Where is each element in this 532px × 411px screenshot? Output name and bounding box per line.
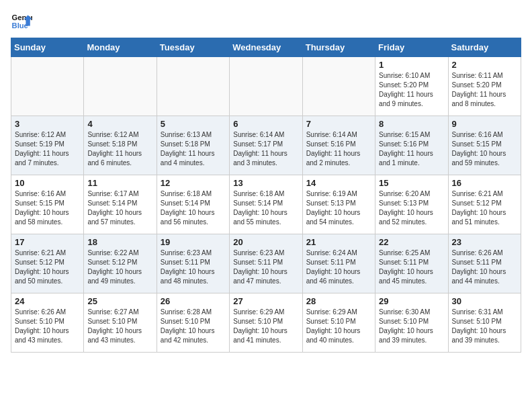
day-info: Sunrise: 6:29 AM Sunset: 5:10 PM Dayligh… [233, 308, 298, 345]
day-number: 19 [161, 237, 226, 247]
calendar-cell: 28Sunrise: 6:29 AM Sunset: 5:10 PM Dayli… [302, 293, 375, 353]
day-header-monday: Monday [84, 38, 157, 57]
calendar-cell [11, 57, 84, 116]
calendar-cell: 15Sunrise: 6:20 AM Sunset: 5:13 PM Dayli… [375, 175, 448, 234]
day-number: 21 [306, 237, 371, 247]
day-number: 15 [379, 178, 444, 188]
calendar-cell: 22Sunrise: 6:25 AM Sunset: 5:11 PM Dayli… [375, 234, 448, 293]
calendar-cell: 13Sunrise: 6:18 AM Sunset: 5:14 PM Dayli… [230, 175, 302, 234]
day-number: 1 [379, 60, 444, 70]
day-info: Sunrise: 6:27 AM Sunset: 5:10 PM Dayligh… [87, 308, 152, 345]
day-number: 3 [15, 119, 80, 129]
logo-icon: General Blue [11, 11, 32, 32]
day-header-thursday: Thursday [302, 38, 375, 57]
day-info: Sunrise: 6:26 AM Sunset: 5:10 PM Dayligh… [15, 308, 80, 345]
calendar-cell: 10Sunrise: 6:16 AM Sunset: 5:15 PM Dayli… [11, 175, 84, 234]
day-number: 26 [161, 296, 226, 306]
day-header-wednesday: Wednesday [230, 38, 302, 57]
day-info: Sunrise: 6:17 AM Sunset: 5:14 PM Dayligh… [87, 189, 152, 227]
page-header: General Blue [11, 11, 521, 32]
day-number: 11 [87, 178, 152, 188]
day-number: 12 [161, 178, 226, 188]
calendar-week-3: 10Sunrise: 6:16 AM Sunset: 5:15 PM Dayli… [11, 175, 521, 234]
calendar-cell: 11Sunrise: 6:17 AM Sunset: 5:14 PM Dayli… [84, 175, 157, 234]
day-number: 10 [15, 178, 80, 188]
calendar-cell: 26Sunrise: 6:28 AM Sunset: 5:10 PM Dayli… [157, 293, 229, 353]
day-info: Sunrise: 6:22 AM Sunset: 5:12 PM Dayligh… [87, 248, 152, 286]
day-info: Sunrise: 6:15 AM Sunset: 5:16 PM Dayligh… [379, 130, 444, 168]
calendar-cell: 23Sunrise: 6:26 AM Sunset: 5:11 PM Dayli… [448, 234, 521, 293]
day-number: 6 [233, 119, 298, 129]
day-info: Sunrise: 6:31 AM Sunset: 5:10 PM Dayligh… [452, 308, 517, 345]
day-number: 23 [452, 237, 517, 247]
day-info: Sunrise: 6:10 AM Sunset: 5:20 PM Dayligh… [379, 71, 444, 109]
calendar-cell: 4Sunrise: 6:12 AM Sunset: 5:18 PM Daylig… [84, 116, 157, 175]
day-number: 13 [233, 178, 298, 188]
day-info: Sunrise: 6:11 AM Sunset: 5:20 PM Dayligh… [452, 71, 517, 109]
day-info: Sunrise: 6:21 AM Sunset: 5:12 PM Dayligh… [15, 248, 80, 286]
calendar-cell: 21Sunrise: 6:24 AM Sunset: 5:11 PM Dayli… [302, 234, 375, 293]
day-number: 9 [452, 119, 517, 129]
day-number: 7 [306, 119, 371, 129]
day-number: 18 [87, 237, 152, 247]
day-header-friday: Friday [375, 38, 448, 57]
day-number: 8 [379, 119, 444, 129]
day-info: Sunrise: 6:30 AM Sunset: 5:10 PM Dayligh… [379, 308, 444, 345]
day-number: 28 [306, 296, 371, 306]
day-number: 29 [379, 296, 444, 306]
day-info: Sunrise: 6:23 AM Sunset: 5:11 PM Dayligh… [161, 248, 226, 286]
calendar-week-5: 24Sunrise: 6:26 AM Sunset: 5:10 PM Dayli… [11, 293, 521, 353]
day-number: 22 [379, 237, 444, 247]
calendar-cell: 18Sunrise: 6:22 AM Sunset: 5:12 PM Dayli… [84, 234, 157, 293]
day-info: Sunrise: 6:19 AM Sunset: 5:13 PM Dayligh… [306, 189, 371, 227]
calendar-cell: 12Sunrise: 6:18 AM Sunset: 5:14 PM Dayli… [157, 175, 229, 234]
calendar-cell: 2Sunrise: 6:11 AM Sunset: 5:20 PM Daylig… [448, 57, 521, 116]
calendar-cell: 20Sunrise: 6:23 AM Sunset: 5:11 PM Dayli… [230, 234, 302, 293]
day-info: Sunrise: 6:21 AM Sunset: 5:12 PM Dayligh… [452, 189, 517, 227]
day-header-tuesday: Tuesday [157, 38, 229, 57]
day-number: 25 [87, 296, 152, 306]
day-header-sunday: Sunday [11, 38, 84, 57]
calendar-cell: 6Sunrise: 6:14 AM Sunset: 5:17 PM Daylig… [230, 116, 302, 175]
day-header-saturday: Saturday [448, 38, 521, 57]
day-info: Sunrise: 6:24 AM Sunset: 5:11 PM Dayligh… [306, 248, 371, 286]
calendar-cell: 7Sunrise: 6:14 AM Sunset: 5:16 PM Daylig… [302, 116, 375, 175]
calendar-cell [157, 57, 229, 116]
calendar-cell [230, 57, 302, 116]
day-number: 20 [233, 237, 298, 247]
day-info: Sunrise: 6:26 AM Sunset: 5:11 PM Dayligh… [452, 248, 517, 286]
calendar-cell [302, 57, 375, 116]
calendar-cell: 5Sunrise: 6:13 AM Sunset: 5:18 PM Daylig… [157, 116, 229, 175]
day-info: Sunrise: 6:14 AM Sunset: 5:16 PM Dayligh… [306, 130, 371, 168]
day-info: Sunrise: 6:16 AM Sunset: 5:15 PM Dayligh… [452, 130, 517, 168]
calendar-cell: 3Sunrise: 6:12 AM Sunset: 5:19 PM Daylig… [11, 116, 84, 175]
day-info: Sunrise: 6:28 AM Sunset: 5:10 PM Dayligh… [161, 308, 226, 345]
calendar-cell: 16Sunrise: 6:21 AM Sunset: 5:12 PM Dayli… [448, 175, 521, 234]
day-info: Sunrise: 6:16 AM Sunset: 5:15 PM Dayligh… [15, 189, 80, 227]
calendar-header-row: SundayMondayTuesdayWednesdayThursdayFrid… [11, 38, 521, 57]
day-number: 2 [452, 60, 517, 70]
calendar-week-1: 1Sunrise: 6:10 AM Sunset: 5:20 PM Daylig… [11, 57, 521, 116]
calendar-cell: 24Sunrise: 6:26 AM Sunset: 5:10 PM Dayli… [11, 293, 84, 353]
day-info: Sunrise: 6:14 AM Sunset: 5:17 PM Dayligh… [233, 130, 298, 168]
day-info: Sunrise: 6:18 AM Sunset: 5:14 PM Dayligh… [161, 189, 226, 227]
day-number: 5 [161, 119, 226, 129]
calendar-week-4: 17Sunrise: 6:21 AM Sunset: 5:12 PM Dayli… [11, 234, 521, 293]
day-number: 14 [306, 178, 371, 188]
calendar-cell: 29Sunrise: 6:30 AM Sunset: 5:10 PM Dayli… [375, 293, 448, 353]
day-info: Sunrise: 6:12 AM Sunset: 5:19 PM Dayligh… [15, 130, 80, 168]
day-info: Sunrise: 6:29 AM Sunset: 5:10 PM Dayligh… [306, 308, 371, 345]
calendar-cell: 25Sunrise: 6:27 AM Sunset: 5:10 PM Dayli… [84, 293, 157, 353]
calendar-cell: 8Sunrise: 6:15 AM Sunset: 5:16 PM Daylig… [375, 116, 448, 175]
calendar-cell: 9Sunrise: 6:16 AM Sunset: 5:15 PM Daylig… [448, 116, 521, 175]
day-info: Sunrise: 6:12 AM Sunset: 5:18 PM Dayligh… [87, 130, 152, 168]
calendar-cell: 14Sunrise: 6:19 AM Sunset: 5:13 PM Dayli… [302, 175, 375, 234]
svg-text:Blue: Blue [12, 21, 28, 30]
calendar-cell: 19Sunrise: 6:23 AM Sunset: 5:11 PM Dayli… [157, 234, 229, 293]
calendar-week-2: 3Sunrise: 6:12 AM Sunset: 5:19 PM Daylig… [11, 116, 521, 175]
day-number: 27 [233, 296, 298, 306]
day-number: 16 [452, 178, 517, 188]
calendar-cell: 27Sunrise: 6:29 AM Sunset: 5:10 PM Dayli… [230, 293, 302, 353]
day-number: 4 [87, 119, 152, 129]
day-info: Sunrise: 6:18 AM Sunset: 5:14 PM Dayligh… [233, 189, 298, 227]
